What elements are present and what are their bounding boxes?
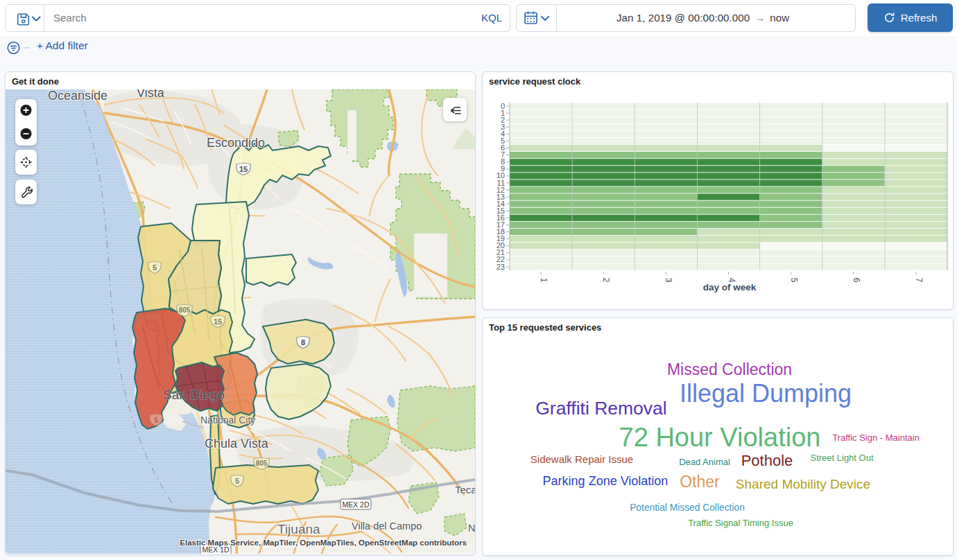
svg-text:805: 805 — [179, 306, 191, 314]
svg-text:Tijuana: Tijuana — [277, 522, 320, 536]
svg-text:5: 5 — [153, 263, 157, 272]
svg-text:Nejí: Nejí — [468, 523, 475, 534]
svg-text:Elastic Maps Service, MapTiler: Elastic Maps Service, MapTiler, OpenMapT… — [180, 539, 467, 547]
svg-text:MEX 2D: MEX 2D — [342, 500, 370, 509]
svg-text:23: 23 — [497, 263, 505, 271]
svg-text:5: 5 — [789, 278, 799, 283]
svg-text:Tecate: Tecate — [455, 484, 475, 496]
svg-text:5: 5 — [235, 477, 239, 485]
svg-text:Vista: Vista — [137, 89, 165, 100]
svg-text:5: 5 — [154, 416, 158, 424]
svg-text:Villa del Campo: Villa del Campo — [352, 520, 422, 532]
svg-text:San Diego: San Diego — [163, 387, 225, 402]
svg-text:Chula Vista: Chula Vista — [205, 437, 269, 450]
svg-text:day of week: day of week — [703, 282, 757, 292]
svg-text:15: 15 — [239, 165, 248, 173]
svg-text:7: 7 — [914, 278, 924, 283]
svg-text:3: 3 — [664, 278, 673, 283]
svg-text:2: 2 — [601, 278, 611, 283]
svg-text:8: 8 — [301, 338, 305, 347]
svg-text:Oceanside: Oceanside — [48, 89, 107, 103]
svg-text:Escondido: Escondido — [207, 136, 265, 150]
svg-text:6: 6 — [852, 278, 861, 283]
svg-text:1: 1 — [539, 278, 549, 283]
svg-text:15: 15 — [214, 317, 222, 326]
svg-text:National City: National City — [200, 414, 255, 426]
svg-text:805: 805 — [256, 460, 268, 467]
